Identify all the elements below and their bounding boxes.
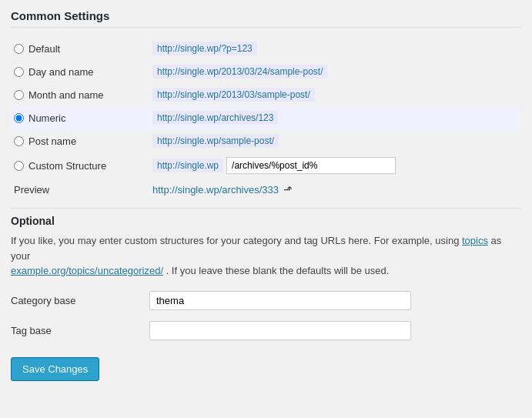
custom-structure-option-label[interactable]: Custom Structure xyxy=(14,160,146,172)
numeric-radio[interactable] xyxy=(14,113,24,123)
category-base-input[interactable] xyxy=(149,291,411,310)
month-name-radio[interactable] xyxy=(14,90,24,100)
custom-structure-label: Custom Structure xyxy=(28,160,106,172)
table-row: Month and name http://single.wp/2013/03/… xyxy=(11,83,521,106)
default-option-label[interactable]: Default xyxy=(14,43,146,55)
default-label: Default xyxy=(28,43,60,55)
optional-description: If you like, you may enter custom struct… xyxy=(11,233,521,279)
example-link[interactable]: example.org/topics/uncategorized/ xyxy=(11,265,163,276)
post-name-label: Post name xyxy=(28,135,76,147)
divider xyxy=(11,208,521,209)
topics-link[interactable]: topics xyxy=(462,235,488,246)
tag-base-input[interactable] xyxy=(149,321,411,340)
day-name-url: http://single.wp/2013/03/24/sample-post/ xyxy=(152,65,327,79)
page-title: Common Settings xyxy=(11,9,521,28)
cursor-icon: ⬏ xyxy=(283,183,293,196)
tag-base-row: Tag base xyxy=(11,321,521,340)
category-base-row: Category base xyxy=(11,291,521,310)
category-base-label: Category base xyxy=(11,295,149,306)
day-name-radio[interactable] xyxy=(14,67,24,77)
optional-desc-text3: . If you leave these blank the defaults … xyxy=(163,265,389,276)
table-row: Default http://single.wp/?p=123 xyxy=(11,37,521,60)
post-name-radio[interactable] xyxy=(14,136,24,146)
optional-title: Optional xyxy=(11,215,521,227)
numeric-label: Numeric xyxy=(28,112,65,124)
save-changes-button[interactable]: Save Changes xyxy=(11,357,99,381)
month-name-label: Month and name xyxy=(28,89,104,101)
month-name-option-label[interactable]: Month and name xyxy=(14,89,146,101)
custom-structure-radio[interactable] xyxy=(14,161,24,171)
table-row: Day and name http://single.wp/2013/03/24… xyxy=(11,60,521,83)
custom-structure-prefix: http://single.wp xyxy=(152,159,223,172)
table-row: Numeric http://single.wp/archives/123 xyxy=(11,106,521,129)
month-name-url: http://single.wp/2013/03/sample-post/ xyxy=(152,88,315,102)
table-row: Custom Structure http://single.wp xyxy=(11,152,521,179)
custom-structure-input[interactable] xyxy=(226,157,396,174)
default-url: http://single.wp/?p=123 xyxy=(152,42,257,55)
day-name-option-label[interactable]: Day and name xyxy=(14,66,146,78)
preview-url: http://single.wp/archives/333 xyxy=(152,184,279,196)
preview-row: Preview http://single.wp/archives/333 ⬏ xyxy=(11,179,521,200)
preview-label: Preview xyxy=(14,184,49,196)
day-name-label: Day and name xyxy=(28,66,94,78)
post-name-option-label[interactable]: Post name xyxy=(14,135,146,147)
tag-base-label: Tag base xyxy=(11,325,149,336)
numeric-option-label[interactable]: Numeric xyxy=(14,112,146,124)
default-radio[interactable] xyxy=(14,44,24,54)
numeric-url: http://single.wp/archives/123 xyxy=(152,111,278,125)
optional-desc-text1: If you like, you may enter custom struct… xyxy=(11,235,462,246)
post-name-url: http://single.wp/sample-post/ xyxy=(152,134,279,148)
permalink-options-table: Default http://single.wp/?p=123 Day and … xyxy=(11,37,521,200)
table-row: Post name http://single.wp/sample-post/ xyxy=(11,129,521,152)
